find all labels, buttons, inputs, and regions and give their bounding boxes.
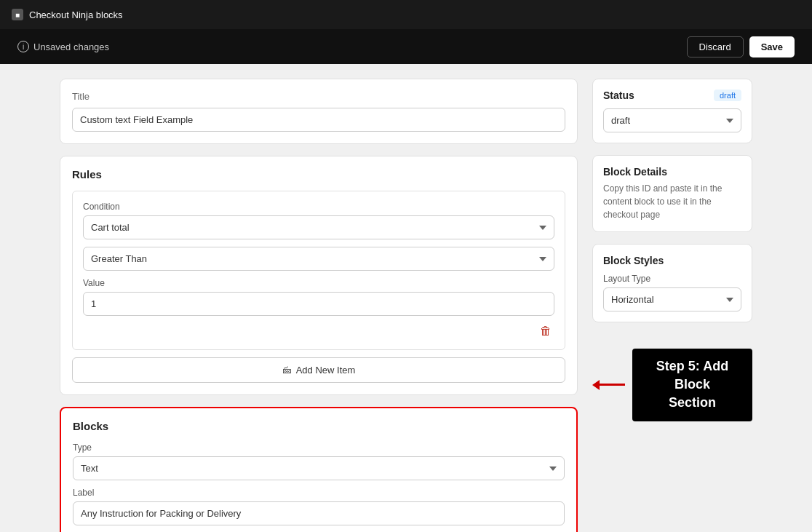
- block-styles-title: Block Styles: [603, 255, 741, 266]
- title-label: Title: [72, 91, 565, 102]
- arrow-tip: [592, 380, 600, 390]
- top-bar: ■ Checkout Ninja blocks: [0, 0, 812, 29]
- block-details-title: Block Details: [603, 166, 741, 178]
- app-name: Checkout Ninja blocks: [29, 9, 123, 20]
- rules-title: Rules: [72, 168, 565, 180]
- unsaved-notice: i Unsaved changes: [17, 41, 109, 52]
- blocks-wrapper: Blocks Type Text Label Where to store th…: [60, 407, 578, 532]
- status-select[interactable]: draft: [603, 108, 741, 132]
- title-input[interactable]: [72, 108, 565, 132]
- add-item-label: Add New Item: [296, 365, 356, 376]
- header-bar: i Unsaved changes Discard Save: [0, 29, 812, 64]
- blocks-card: Blocks Type Text Label Where to store th…: [60, 407, 578, 532]
- label-input[interactable]: [73, 501, 565, 525]
- operator-select[interactable]: Greater Than: [83, 247, 554, 271]
- step-arrow: [592, 380, 625, 390]
- value-label: Value: [83, 278, 554, 288]
- block-details-text: Copy this ID and paste it in the content…: [603, 182, 741, 221]
- status-card: Status draft draft: [592, 79, 752, 143]
- type-label: Type: [73, 442, 565, 453]
- title-card: Title: [60, 79, 578, 144]
- status-header: Status draft: [603, 90, 741, 101]
- arrow-line: [600, 384, 625, 386]
- save-button[interactable]: Save: [749, 36, 795, 57]
- discard-button[interactable]: Discard: [687, 36, 744, 57]
- delete-rule-button[interactable]: 🗑: [537, 323, 554, 339]
- info-icon: i: [17, 41, 29, 52]
- status-title: Status: [603, 90, 634, 101]
- condition-select[interactable]: Cart total: [83, 215, 554, 239]
- blocks-title: Blocks: [73, 420, 565, 432]
- label-label: Label: [73, 488, 565, 498]
- step-annotation-area: Step 5: Add BlockSection: [592, 349, 752, 421]
- value-input[interactable]: [83, 292, 554, 316]
- rules-card: Rules Condition Cart total Greater Than …: [60, 156, 578, 395]
- delete-row: 🗑: [83, 323, 554, 339]
- header-actions: Discard Save: [687, 36, 795, 57]
- block-details-card: Block Details Copy this ID and paste it …: [592, 155, 752, 232]
- unsaved-text: Unsaved changes: [33, 41, 109, 52]
- rules-condition-block: Condition Cart total Greater Than Value …: [72, 191, 565, 350]
- add-item-button[interactable]: 🖮 Add New Item: [72, 357, 565, 383]
- app-icon: ■: [12, 9, 23, 20]
- right-panel: Status draft draft Block Details Copy th…: [592, 79, 752, 532]
- layout-type-label: Layout Type: [603, 274, 741, 284]
- left-panel: Title Rules Condition Cart total Greater…: [60, 79, 578, 532]
- block-styles-card: Block Styles Layout Type Horizontal: [592, 244, 752, 322]
- step-label: Step 5: Add BlockSection: [632, 349, 752, 421]
- status-badge: draft: [714, 90, 741, 101]
- add-item-icon: 🖮: [282, 365, 292, 376]
- type-select[interactable]: Text: [73, 456, 565, 480]
- main-layout: Title Rules Condition Cart total Greater…: [42, 64, 770, 532]
- layout-type-select[interactable]: Horizontal: [603, 287, 741, 311]
- condition-label: Condition: [83, 202, 554, 212]
